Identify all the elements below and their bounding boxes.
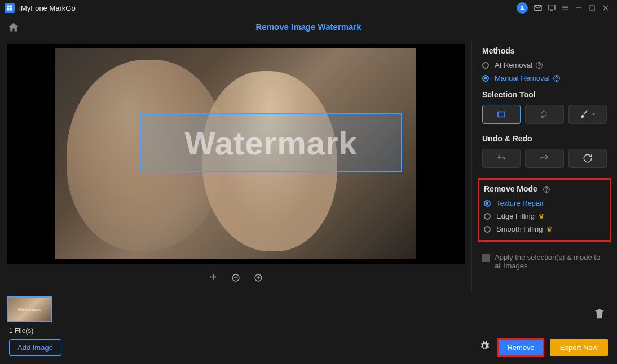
message-icon[interactable] — [545, 1, 558, 15]
mode-smooth-label: Smooth Filling — [496, 225, 543, 233]
bottom-strip: 1 File(s) — [0, 292, 617, 335]
settings-icon[interactable] — [479, 341, 490, 354]
radio-icon — [482, 62, 489, 69]
export-button[interactable]: Export Now — [550, 339, 608, 356]
app-title: iMyFone MarkGo — [19, 4, 76, 12]
help-icon[interactable]: ? — [543, 186, 550, 193]
undo-button[interactable] — [482, 149, 521, 168]
svg-rect-2 — [548, 5, 555, 10]
preview-image: Watermark — [55, 48, 416, 259]
mode-smooth-radio[interactable]: Smooth Filling ♛ — [484, 225, 606, 233]
sidebar: Methods AI Removal ? Manual Removal ? Se… — [471, 38, 617, 292]
brush-tool-button[interactable] — [568, 105, 607, 124]
reset-button[interactable] — [568, 149, 607, 168]
toolbar: Remove Image Watermark — [0, 16, 617, 38]
rectangle-tool-button[interactable] — [482, 105, 521, 124]
zoom-in-icon[interactable] — [252, 272, 265, 284]
help-icon[interactable]: ? — [553, 75, 560, 82]
apply-all-checkbox[interactable]: Apply the selection(s) & mode to all ima… — [482, 253, 607, 270]
close-icon[interactable] — [599, 1, 612, 15]
canvas[interactable]: Watermark — [7, 44, 465, 264]
svg-point-17 — [542, 116, 544, 118]
method-ai-radio[interactable]: AI Removal ? — [482, 61, 607, 69]
zoom-out-icon[interactable] — [230, 272, 242, 284]
redo-button[interactable] — [525, 149, 563, 168]
radio-icon — [482, 75, 489, 82]
undo-redo-heading: Undo & Redo — [482, 134, 607, 143]
method-manual-label: Manual Removal — [495, 74, 550, 82]
svg-rect-7 — [590, 6, 594, 10]
user-icon[interactable] — [517, 2, 528, 14]
watermark-text: Watermark — [184, 124, 358, 162]
preview-panel: Watermark — [0, 38, 471, 292]
checkbox-icon — [482, 254, 490, 262]
apply-all-label: Apply the selection(s) & mode to all ima… — [495, 253, 607, 270]
canvas-controls — [7, 264, 465, 292]
selection-box[interactable]: Watermark — [140, 113, 402, 172]
radio-icon — [484, 226, 491, 233]
radio-icon — [484, 213, 491, 220]
svg-point-16 — [542, 111, 547, 116]
mode-edge-label: Edge Filling — [496, 212, 535, 220]
crown-icon: ♛ — [538, 212, 545, 220]
titlebar: iMyFone MarkGo — [0, 0, 617, 16]
remove-mode-highlight: Remove Mode ? Texture Repair Edge Fillin… — [478, 178, 611, 242]
mode-texture-label: Texture Repair — [496, 199, 544, 207]
remove-button[interactable]: Remove — [497, 338, 544, 357]
footer: Add Image Remove Export Now — [0, 335, 617, 362]
file-count: 1 File(s) — [9, 327, 610, 335]
svg-point-0 — [521, 6, 523, 8]
maximize-icon[interactable] — [585, 1, 599, 15]
crown-icon: ♛ — [546, 225, 553, 233]
minimize-icon[interactable] — [572, 1, 585, 15]
method-ai-label: AI Removal — [495, 61, 532, 69]
remove-mode-heading: Remove Mode ? — [484, 184, 606, 193]
mode-texture-radio[interactable]: Texture Repair — [484, 199, 606, 207]
lasso-tool-button[interactable] — [525, 105, 563, 124]
mode-edge-radio[interactable]: Edge Filling ♛ — [484, 212, 606, 220]
add-image-button[interactable]: Add Image — [9, 339, 61, 356]
svg-rect-15 — [498, 112, 505, 117]
app-logo-icon — [5, 3, 15, 13]
mail-icon[interactable] — [531, 1, 545, 15]
page-title: Remove Image Watermark — [255, 22, 361, 32]
methods-heading: Methods — [482, 46, 607, 55]
method-manual-radio[interactable]: Manual Removal ? — [482, 74, 607, 82]
radio-icon — [484, 200, 491, 207]
selection-tool-heading: Selection Tool — [482, 90, 607, 99]
pan-icon[interactable] — [207, 272, 219, 284]
help-icon[interactable]: ? — [536, 62, 543, 69]
trash-icon[interactable] — [593, 308, 606, 322]
menu-icon[interactable] — [558, 1, 572, 15]
thumbnail[interactable] — [7, 296, 52, 322]
home-icon[interactable] — [7, 20, 20, 34]
